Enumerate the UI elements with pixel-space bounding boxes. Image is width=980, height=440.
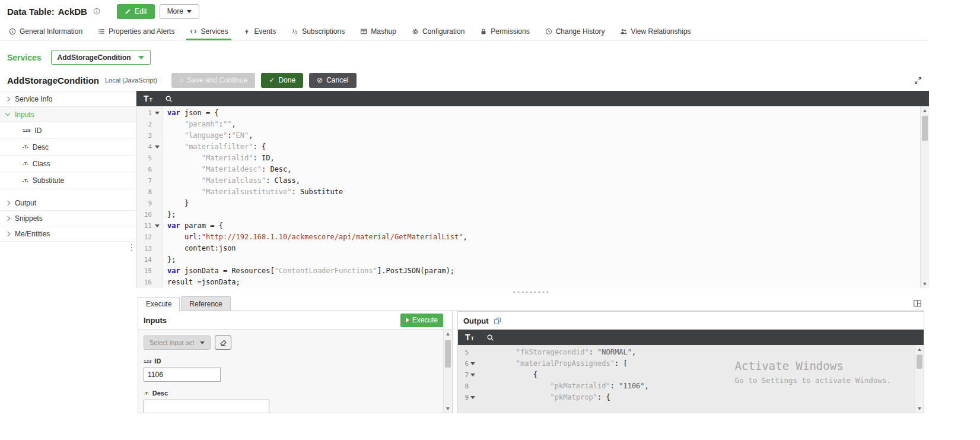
id-input[interactable] — [144, 368, 221, 382]
font-size-icon[interactable]: TT — [144, 94, 153, 103]
popout-icon[interactable] — [494, 317, 501, 325]
splitter-handle[interactable] — [512, 291, 550, 293]
tab-permissions[interactable]: Permissions — [472, 23, 537, 40]
cancel-button[interactable]: ⊘ Cancel — [309, 73, 356, 88]
entity-info-icon[interactable] — [93, 8, 100, 15]
sidebar-section-inputs[interactable]: Inputs — [0, 107, 136, 122]
output-result-area[interactable]: 5 "fkStoragecondid": "NORMAL",6 "materia… — [458, 345, 924, 413]
scroll-thumb[interactable] — [917, 354, 922, 369]
code-text: "paramh":"", — [163, 119, 236, 130]
scroll-up-button[interactable] — [915, 345, 924, 353]
tab-label: Mashup — [371, 27, 396, 36]
execute-tab-bar: Execute Reference — [138, 296, 924, 311]
fold-arrow-icon[interactable] — [469, 396, 477, 399]
sidebar-item-class[interactable]: -T-Class — [0, 156, 136, 172]
scroll-thumb[interactable] — [922, 116, 928, 141]
code-line-1: 1var json = { — [136, 107, 918, 119]
save-and-continue-button[interactable]: ○ Save and Continue — [171, 73, 255, 88]
scroll-up-button[interactable] — [921, 106, 929, 115]
code-text: }; — [163, 254, 176, 265]
sidebar-item-label: ID — [34, 126, 42, 135]
more-button[interactable]: More — [160, 4, 199, 19]
editor-toolbar: TT — [136, 91, 929, 106]
code-text: var param = { — [163, 220, 223, 232]
tab-subscriptions[interactable]: Subscriptions — [284, 23, 352, 40]
entity-tab-bar: General InformationProperties and Alerts… — [0, 23, 929, 40]
search-icon[interactable] — [165, 95, 173, 103]
tab-configuration[interactable]: Configuration — [404, 23, 472, 40]
fold-arrow-icon[interactable] — [152, 224, 163, 227]
horizontal-splitter[interactable] — [138, 288, 924, 296]
cancel-icon: ⊘ — [317, 77, 323, 84]
sidebar-section-output[interactable]: Output — [0, 195, 136, 211]
input-set-dropdown[interactable]: Select input set — [144, 335, 211, 350]
code-icon — [190, 28, 197, 35]
code-editor: TT 1var json = {2 "paramh":"",3 "languag… — [136, 91, 929, 288]
fold-arrow-icon[interactable] — [469, 362, 477, 365]
scroll-down-button[interactable] — [444, 404, 452, 413]
sidebar-item-id[interactable]: 123ID — [0, 122, 136, 139]
sidebar-drag-handle[interactable] — [131, 244, 133, 245]
code-editor-area[interactable]: 1var json = {2 "paramh":"",3 "language":… — [136, 106, 929, 288]
tab-execute[interactable]: Execute — [138, 297, 180, 311]
inputs-scrollbar[interactable] — [443, 330, 452, 413]
output-title: Output — [463, 316, 489, 325]
code-text: var jsonData = Resources["ContentLoaderF… — [163, 265, 454, 277]
tab-label: Properties and Alerts — [109, 27, 174, 36]
output-scrollbar[interactable] — [915, 345, 924, 413]
search-icon[interactable] — [486, 334, 494, 341]
tab-services[interactable]: Services — [182, 23, 236, 40]
editor-scrollbar[interactable] — [920, 106, 929, 288]
chevron-down-icon — [5, 111, 10, 116]
chevron-right-icon — [5, 200, 10, 205]
inputs-panel-header: Inputs Execute — [138, 311, 452, 329]
clear-inputs-button[interactable] — [215, 335, 231, 350]
tab-change-history[interactable]: Change History — [537, 23, 613, 40]
desc-input[interactable] — [144, 400, 269, 413]
tab-general-information[interactable]: General Information — [1, 23, 90, 40]
tab-reference[interactable]: Reference — [181, 296, 230, 311]
fold-arrow-icon[interactable] — [469, 373, 477, 376]
code-text: "pkMatprop": { — [477, 392, 610, 403]
pencil-icon — [125, 8, 131, 15]
code-line-4: 4 "materialfilter": { — [136, 141, 918, 153]
tab-events[interactable]: Events — [236, 23, 284, 40]
sidebar-section-service-info[interactable]: Service Info — [0, 91, 136, 107]
scroll-down-button[interactable] — [915, 404, 924, 413]
fullscreen-expand-icon[interactable] — [914, 77, 922, 84]
chevron-down-icon — [138, 56, 144, 59]
type-string-icon: -T- — [144, 391, 149, 396]
service-selector-dropdown[interactable]: AddStorageCondition — [51, 50, 151, 65]
tab-label: Change History — [556, 27, 605, 36]
fold-arrow-icon[interactable] — [152, 145, 163, 148]
edit-button[interactable]: Edit — [117, 4, 155, 19]
sidebar-item-desc[interactable]: -T-Desc — [0, 139, 136, 156]
scroll-down-button[interactable] — [921, 280, 929, 288]
scroll-thumb[interactable] — [445, 340, 451, 368]
sidebar-section-snippets[interactable]: Snippets — [0, 211, 136, 226]
font-size-icon[interactable]: TT — [465, 333, 475, 342]
composer-page: Data Table:AckDB Edit More General Infor… — [0, 0, 980, 440]
tab-label: View Relationships — [631, 27, 691, 36]
mashup-icon — [360, 28, 367, 35]
done-button[interactable]: ✓ Done — [261, 73, 303, 88]
line-number: 3 — [136, 130, 152, 141]
chevron-right-icon — [5, 216, 10, 220]
code-line-9: 9 } — [136, 198, 918, 209]
code-line-6: 6 "materialPropAssigneds": [ — [458, 358, 913, 369]
tab-view-relationships[interactable]: View Relationships — [612, 23, 698, 40]
line-number: 11 — [136, 220, 152, 232]
fold-arrow-icon[interactable] — [152, 112, 163, 115]
code-text: "Materialsustitutive": Substitute — [163, 186, 343, 198]
code-line-15: 15var jsonData = Resources["ContentLoade… — [136, 265, 918, 277]
execute-button[interactable]: Execute — [400, 314, 443, 327]
panel-layout-icon[interactable] — [913, 299, 922, 308]
tab-properties-and-alerts[interactable]: Properties and Alerts — [90, 23, 182, 40]
sidebar-item-substitute[interactable]: -T-Substitute — [0, 172, 136, 189]
code-text: "Materialid": ID, — [163, 153, 275, 164]
scroll-up-button[interactable] — [444, 330, 452, 338]
code-line-11: 11var param = { — [136, 220, 918, 232]
code-line-8: 8 "pkMaterialid": "1106", — [458, 381, 913, 392]
tab-mashup[interactable]: Mashup — [352, 23, 404, 40]
sidebar-section-me-entities[interactable]: Me/Entities — [0, 226, 136, 242]
